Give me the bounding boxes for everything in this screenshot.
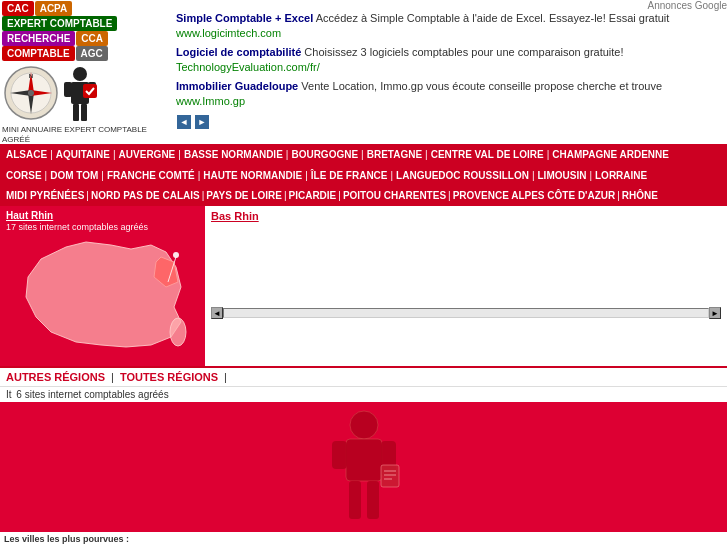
region-nav-row3: MIDI PYRÉNÉES | NORD PAS DE CALAIS | PAY… [0,186,727,206]
tab-acpa[interactable]: ACPA [35,1,73,16]
horizontal-scrollbar: ◄ ► [211,307,721,319]
region-alsace[interactable]: ALSACE [6,147,47,163]
autres-regions-bar: AUTRES RÉGIONS | TOUTES RÉGIONS | [0,366,727,387]
ads-column: Annonces Google Simple Comptable + Excel… [170,0,727,130]
figure-area [0,402,727,532]
region-content: Bas Rhin ◄ ► [205,206,727,366]
tab-expert[interactable]: EXPERT COMPTABLE [2,16,117,31]
ad-title-2[interactable]: Logiciel de comptabilité [176,46,301,58]
autres-regions-link[interactable]: AUTRES RÉGIONS [6,371,105,383]
toutes-regions-link[interactable]: TOUTES RÉGIONS [120,371,218,383]
svg-rect-23 [367,481,379,519]
tab-recherche[interactable]: RECHERCHE [2,31,75,46]
region-lorraine[interactable]: LORRAINE [595,168,647,184]
region-corse[interactable]: CORSE [6,168,42,184]
svg-rect-12 [73,104,79,121]
map-sites-count: 17 sites internet comptables agréés [0,221,205,233]
header: CAC ACPA EXPERT COMPTABLE RECHERCHE CCA … [0,0,727,144]
france-map-svg [0,233,205,358]
region-poitou[interactable]: POITOU CHARENTES [343,188,446,204]
haut-rhin-label: Haut Rhin [0,206,205,221]
mini-annuaire-label: MINI ANNUAIRE EXPERT COMPTABLE AGRÉÉ [0,125,170,144]
ad-simple-comptable: Simple Comptable + Excel Accédez à Simpl… [176,11,727,42]
next-arrow[interactable]: ► [195,115,209,129]
svg-rect-13 [81,104,87,121]
google-ads-label: Annonces Google [176,0,727,11]
scroll-left-btn[interactable]: ◄ [211,307,223,319]
map-svg [6,237,198,352]
region-auvergne[interactable]: AUVERGNE [119,147,176,163]
ad-logiciel: Logiciel de comptabilité Choisissez 3 lo… [176,45,727,76]
region-bourgogne[interactable]: BOURGOGNE [291,147,358,163]
toutes-sep: | [224,371,227,383]
svg-rect-10 [64,82,72,97]
ad-title-1[interactable]: Simple Comptable + Excel [176,12,313,24]
region-paca[interactable]: PROVENCE ALPES CÔTE D'AZUR [453,188,616,204]
tab-cca[interactable]: CCA [76,31,108,46]
region-basse-normandie[interactable]: BASSE NORMANDIE [184,147,283,163]
svg-point-17 [173,252,179,258]
svg-rect-24 [381,465,399,487]
region-haute-normandie[interactable]: HAUTE NORMANDIE [203,168,302,184]
tab-agc[interactable]: AGC [76,46,108,61]
svg-rect-19 [346,439,382,481]
prev-arrow[interactable]: ◄ [177,115,191,129]
bas-rhin-title: Bas Rhin [211,210,259,222]
scroll-right-btn[interactable]: ► [709,307,721,319]
nav-arrows: ◄ ► [176,112,727,130]
sites-count-area: It 6 sites internet comptables agréés [0,387,727,402]
region-nav-row1: ALSACE | AQUITAINE | AUVERGNE | BASSE NO… [0,144,727,166]
svg-text:N: N [29,73,33,79]
map-content-row: Haut Rhin 17 sites internet comptables a… [0,206,727,366]
logo-person [61,66,99,121]
region-franche-comte[interactable]: FRANCHE COMTÉ [107,168,195,184]
svg-rect-14 [83,84,97,98]
region-nav-row2: CORSE | DOM TOM | FRANCHE COMTÉ | HAUTE … [0,166,727,186]
svg-rect-20 [332,441,347,469]
ad-text-2: Choisissez 3 logiciels comptables pour u… [304,46,623,58]
region-centre-val[interactable]: CENTRE VAL DE LOIRE [431,147,544,163]
logo-compass: N [4,66,59,121]
ad-text-1: Accédez à Simple Comptable à l'aide de E… [316,12,670,24]
figure-svg [314,405,414,530]
tab-cac[interactable]: CAC [2,1,34,16]
region-rhone[interactable]: RHÔNE [622,188,658,204]
ad-link-2[interactable]: TechnologyEvaluation.com/fr/ [176,61,320,73]
villes-section: Les villes les plus pourvues : Nouméa - … [0,532,727,545]
region-pays-loire[interactable]: PAYS DE LOIRE [206,188,282,204]
ad-link-3[interactable]: www.Immo.gp [176,95,245,107]
ad-link-1[interactable]: www.logicimtech.com [176,27,281,39]
svg-point-15 [170,318,186,346]
region-ile-de-france[interactable]: ÎLE DE FRANCE [311,168,388,184]
svg-point-6 [28,90,34,96]
region-picardie[interactable]: PICARDIE [288,188,336,204]
region-nord-pas-calais[interactable]: NORD PAS DE CALAIS [91,188,200,204]
villes-title: Les villes les plus pourvues : [4,534,723,544]
tab-comptable[interactable]: COMPTABLE [2,46,75,61]
header-left: CAC ACPA EXPERT COMPTABLE RECHERCHE CCA … [0,0,170,144]
autres-sep: | [111,371,114,383]
region-bretagne[interactable]: BRETAGNE [367,147,422,163]
region-aquitaine[interactable]: AQUITAINE [56,147,110,163]
region-dom-tom[interactable]: DOM TOM [50,168,98,184]
scroll-track [223,308,709,318]
region-champagne[interactable]: CHAMPAGNE ARDENNE [552,147,669,163]
region-limousin[interactable]: LIMOUSIN [538,168,587,184]
svg-rect-22 [349,481,361,519]
svg-point-18 [350,411,378,439]
ad-title-3[interactable]: Immobilier Guadeloupe [176,80,298,92]
map-area: Haut Rhin 17 sites internet comptables a… [0,206,205,366]
ad-text-3: Vente Location, Immo.gp vous écoute cons… [301,80,662,92]
ad-immobilier: Immobilier Guadeloupe Vente Location, Im… [176,79,727,110]
it-text: It [6,389,12,400]
region-languedoc[interactable]: LANGUEDOC ROUSSILLON [396,168,529,184]
sites-count-text: 6 sites internet comptables agréés [16,389,168,400]
svg-point-8 [73,67,87,81]
region-midi-pyrenees[interactable]: MIDI PYRÉNÉES [6,188,84,204]
nav-tabs: CAC ACPA EXPERT COMPTABLE RECHERCHE CCA … [0,0,170,62]
